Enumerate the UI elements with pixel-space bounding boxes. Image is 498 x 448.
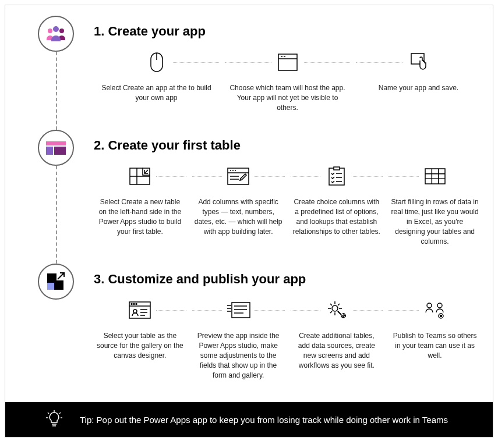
step-1: 1. Create your app Select Create an app …	[5, 16, 493, 130]
step-title: 1. Create your app	[94, 24, 481, 39]
substep-text: Name your app and save.	[356, 83, 481, 93]
touch-icon	[356, 49, 481, 75]
step-title: 3. Customize and publish your app	[94, 272, 481, 287]
svg-rect-45	[232, 303, 250, 318]
substep: Name your app and save.	[356, 49, 481, 112]
substep-text: Create choice columns with a predefined …	[291, 197, 383, 236]
guide-frame: 1. Create your app Select Create an app …	[5, 5, 493, 438]
substep-text: Choose which team will host the app. You…	[225, 83, 350, 112]
svg-rect-12	[54, 147, 66, 155]
svg-point-41	[133, 310, 137, 313]
substep: Add columns with specific types — text, …	[192, 163, 285, 246]
tip-bar: Tip: Pop out the Power Apps app to keep …	[5, 402, 493, 437]
window-icon	[225, 49, 350, 75]
svg-line-60	[48, 413, 49, 414]
svg-rect-34	[54, 280, 63, 290]
preview-form-icon	[192, 297, 285, 323]
svg-rect-11	[46, 147, 53, 155]
substep-text: Select Create an app at the to build you…	[94, 83, 219, 103]
step-2: 2. Create your first table Select Create…	[5, 130, 493, 264]
table-icon	[38, 130, 74, 166]
step-3: 3. Customize and publish your app	[5, 264, 493, 397]
substep-text: Start filling in rows of data in real ti…	[388, 197, 481, 246]
svg-rect-24	[334, 167, 340, 170]
svg-rect-35	[47, 283, 54, 290]
substep-text: Select Create a new table on the left-ha…	[94, 197, 186, 236]
substep: Select your table as the source for the …	[94, 297, 186, 380]
edit-form-icon	[192, 163, 285, 189]
substep-text: Create additional tables, add data sourc…	[291, 331, 383, 370]
substep: Preview the app inside the Power Apps st…	[192, 297, 285, 380]
svg-line-61	[59, 413, 61, 414]
svg-point-56	[440, 315, 442, 317]
svg-point-53	[427, 303, 432, 308]
svg-rect-10	[46, 141, 66, 145]
svg-point-2	[53, 26, 59, 32]
substep: Publish to Teams so others in your team …	[388, 297, 481, 380]
checklist-icon	[291, 163, 383, 189]
svg-point-54	[437, 303, 442, 308]
svg-point-0	[48, 29, 52, 33]
substep: Select Create a new table on the left-ha…	[94, 163, 186, 246]
substep: Choose which team will host the app. You…	[225, 49, 350, 112]
svg-rect-23	[329, 168, 344, 185]
people-icon	[38, 16, 74, 52]
mouse-icon	[94, 49, 219, 75]
svg-point-1	[59, 29, 64, 33]
substep: Start filling in rows of data in real ti…	[388, 163, 481, 246]
substep: Create additional tables, add data sourc…	[291, 297, 383, 380]
svg-point-39	[133, 304, 135, 305]
substep-text: Publish to Teams so others in your team …	[388, 331, 481, 360]
grid-icon	[388, 163, 481, 189]
svg-rect-28	[425, 169, 445, 184]
substep-text: Select your table as the source for the …	[94, 331, 186, 360]
gear-wrench-icon	[291, 297, 383, 323]
new-table-icon	[94, 163, 186, 189]
substep-text: Preview the app inside the Power Apps st…	[192, 331, 285, 380]
step-title: 2. Create your first table	[94, 138, 481, 153]
substep: Select Create an app at the to build you…	[94, 49, 219, 112]
svg-point-38	[131, 304, 132, 305]
svg-point-52	[332, 305, 338, 311]
substep-text: Add columns with specific types — text, …	[192, 197, 285, 236]
lightbulb-icon	[46, 410, 62, 429]
svg-point-40	[136, 304, 137, 305]
substep: Create choice columns with a predefined …	[291, 163, 383, 246]
team-publish-icon	[388, 297, 481, 323]
tip-text: Tip: Pop out the Power Apps app to keep …	[80, 415, 448, 425]
gallery-source-icon	[94, 297, 186, 323]
resize-icon	[38, 264, 74, 300]
